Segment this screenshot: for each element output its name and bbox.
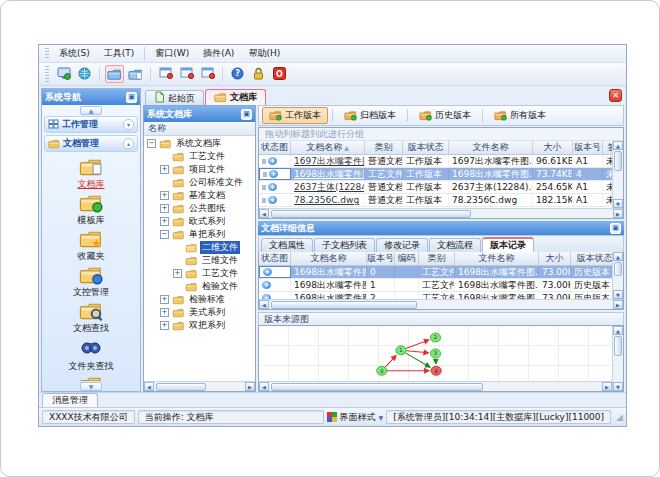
table-row[interactable]: +1698出水嘴零件图.dwg0工艺文件1698出水嘴零件图.dwg73.00K… <box>259 266 612 279</box>
column-header-类别[interactable]: 类别 <box>365 141 403 154</box>
main-table-hscrollbar[interactable]: ◀ ▶ <box>259 208 623 218</box>
scroll-right-icon[interactable]: ▶ <box>245 382 255 391</box>
tab-起始页[interactable]: 起始页 <box>145 90 204 105</box>
resize-grip-icon[interactable]: ◢ <box>616 412 623 422</box>
tree-item-系统文档库[interactable]: − 系统文档库 <box>144 137 255 150</box>
expand-icon[interactable]: + <box>160 217 169 226</box>
tree-item-检验标准[interactable]: + 检验标准 <box>144 293 255 306</box>
column-header-文档名称[interactable]: 文档名称 <box>291 252 367 265</box>
sidebar-item-文控管理[interactable]: 文控管理 <box>47 265 135 299</box>
sidebar-group-1[interactable]: 文档管理▴ <box>44 135 138 152</box>
scroll-left-icon[interactable]: ◀ <box>259 209 269 218</box>
tree-item-美式系列[interactable]: + 美式系列 <box>144 306 255 319</box>
menu-grip[interactable] <box>45 48 49 60</box>
close-tab-button[interactable]: ✕ <box>609 89 622 102</box>
expand-icon[interactable]: + <box>160 321 169 330</box>
table-row[interactable]: +1697出水嘴零件图.dwg普通文档工作版本1697出水嘴零件图.dwg96.… <box>259 155 612 168</box>
tree-item-双把系列[interactable]: + 双把系列 <box>144 319 255 332</box>
expand-icon[interactable]: + <box>173 269 182 278</box>
toolbar-button[interactable]: ? <box>228 65 247 83</box>
column-header-版本号[interactable]: 版本号 <box>367 252 395 265</box>
toolbar-button[interactable] <box>105 65 124 83</box>
sidebar-item-收藏夹[interactable]: ★收藏夹 <box>47 229 135 263</box>
sidebar-scroll-up[interactable]: ▲ <box>42 105 140 115</box>
scroll-up-icon[interactable]: ▲ <box>613 141 623 150</box>
menu-item-0[interactable]: 系统(S) <box>52 45 97 62</box>
version-button-归档版本[interactable]: 归档版本 <box>337 107 403 124</box>
version-button-工作版本[interactable]: 工作版本 <box>262 107 328 124</box>
column-header-文档名称[interactable]: 文档名称▲ <box>291 141 365 154</box>
pin-icon[interactable]: ▣ <box>126 92 137 103</box>
toolbar-button[interactable] <box>156 65 175 83</box>
table-row[interactable]: +2637主体(12284).dwg普通文档工作版本2637主体(12284).… <box>259 181 612 194</box>
detail-tab-文档属性[interactable]: 文档属性 <box>261 238 313 252</box>
version-node-0[interactable]: 0 <box>377 366 387 375</box>
scroll-up-icon[interactable]: ▲ <box>613 326 623 335</box>
table-row[interactable]: +78.2356C.dwg普通文档工作版本78.2356C.dwg182.15K… <box>259 194 612 207</box>
tab-文档库[interactable]: 文档库 <box>205 89 266 105</box>
sidebar-group-0[interactable]: 工作管理▾ <box>44 116 138 133</box>
column-header-版本状态[interactable]: 版本状态 <box>403 141 449 154</box>
column-header-大小[interactable]: 大小 <box>539 252 571 265</box>
tree-hscrollbar[interactable]: ◀ ▶ <box>144 381 255 391</box>
version-node-1[interactable]: 1 <box>396 346 406 355</box>
menu-item-1[interactable]: 工具(T) <box>97 45 142 62</box>
menu-item-2[interactable]: 窗口(W) <box>148 45 196 62</box>
message-management-tab[interactable]: 消息管理 <box>42 393 98 407</box>
detail-tab-版本记录[interactable]: 版本记录 <box>482 237 534 252</box>
menu-item-4[interactable]: 帮助(H) <box>241 45 287 62</box>
expand-icon[interactable]: + <box>160 204 169 213</box>
table-row[interactable]: +1698出水嘴零件图.dwg1工艺文件1698出水嘴零件图.dwg73.00K… <box>259 279 612 292</box>
collapse-icon[interactable]: − <box>147 139 156 148</box>
scroll-left-icon[interactable]: ◀ <box>259 382 269 391</box>
toolbar-button[interactable]: O <box>270 65 289 83</box>
toolbar-button[interactable] <box>126 65 145 83</box>
column-header-编码[interactable]: 编码 <box>395 252 419 265</box>
scroll-right-icon[interactable]: ▶ <box>613 209 623 218</box>
toolbar-button[interactable] <box>54 65 73 83</box>
tree-column-header[interactable]: 名称 <box>144 122 255 136</box>
table-row[interactable]: +1698出水嘴零件图.dwg2工艺文件1698出水嘴零件图.dwg73.00K… <box>259 292 612 299</box>
sidebar-item-文件夹查找[interactable]: 文件夹查找 <box>47 337 135 373</box>
scroll-down-icon[interactable]: ▼ <box>613 290 623 299</box>
column-header-文件名称[interactable]: 文件名称 <box>455 252 539 265</box>
graph-hscrollbar[interactable]: ◀ ▶ <box>259 381 612 391</box>
expand-icon[interactable]: + <box>160 308 169 317</box>
pin-icon[interactable]: ▣ <box>241 109 252 120</box>
graph-vscrollbar[interactable]: ▲ ▼ <box>612 326 623 391</box>
chevron-icon[interactable]: ▴ <box>123 138 134 149</box>
toolbar-grip[interactable] <box>45 66 49 81</box>
column-header-类别[interactable]: 类别 <box>419 252 455 265</box>
detail-tab-子文档列表[interactable]: 子文档列表 <box>314 238 375 252</box>
scroll-right-icon[interactable]: ▶ <box>602 382 612 391</box>
column-header-签出状态[interactable]: 签出状态 <box>603 141 612 154</box>
sidebar-item-文档库[interactable]: 文档库 <box>47 157 135 191</box>
scroll-down-icon[interactable]: ▼ <box>613 199 623 208</box>
style-label[interactable]: 界面样式 <box>340 411 376 424</box>
expand-icon[interactable]: + <box>160 165 169 174</box>
collapse-icon[interactable]: − <box>160 230 169 239</box>
style-dropdown-icon[interactable]: ▼ <box>379 414 384 421</box>
toolbar-button[interactable] <box>177 65 196 83</box>
version-button-所有版本[interactable]: 所有版本 <box>487 107 553 124</box>
version-button-历史版本[interactable]: 历史版本 <box>412 107 478 124</box>
column-header-版本号[interactable]: 版本号 <box>573 141 603 154</box>
scroll-left-icon[interactable]: ◀ <box>144 382 154 391</box>
tree-item-单把系列[interactable]: − 单把系列 <box>144 228 255 241</box>
detail-tab-修改记录[interactable]: 修改记录 <box>376 238 428 252</box>
sidebar-item-文档查找[interactable]: 文档查找 <box>47 301 135 335</box>
tree-item-检验文件[interactable]: 检验文件 <box>144 280 255 293</box>
tree-item-工艺文件[interactable]: + 工艺文件 <box>144 267 255 280</box>
scroll-right-icon[interactable]: ▶ <box>613 300 623 309</box>
tree-item-二维文件[interactable]: 二维文件 <box>144 241 255 254</box>
menu-item-3[interactable]: 插件(A) <box>196 45 241 62</box>
tree-item-三维文件[interactable]: 三维文件 <box>144 254 255 267</box>
column-header-文件名称[interactable]: 文件名称 <box>449 141 533 154</box>
tree-item-欧式系列[interactable]: + 欧式系列 <box>144 215 255 228</box>
scroll-left-icon[interactable]: ◀ <box>259 300 269 309</box>
tree-item-公共图纸[interactable]: + 公共图纸 <box>144 202 255 215</box>
version-graph[interactable]: 01234 <box>259 326 612 381</box>
expand-icon[interactable]: + <box>160 191 169 200</box>
detail-tab-文档流程[interactable]: 文档流程 <box>429 238 481 252</box>
expand-icon[interactable]: + <box>160 295 169 304</box>
